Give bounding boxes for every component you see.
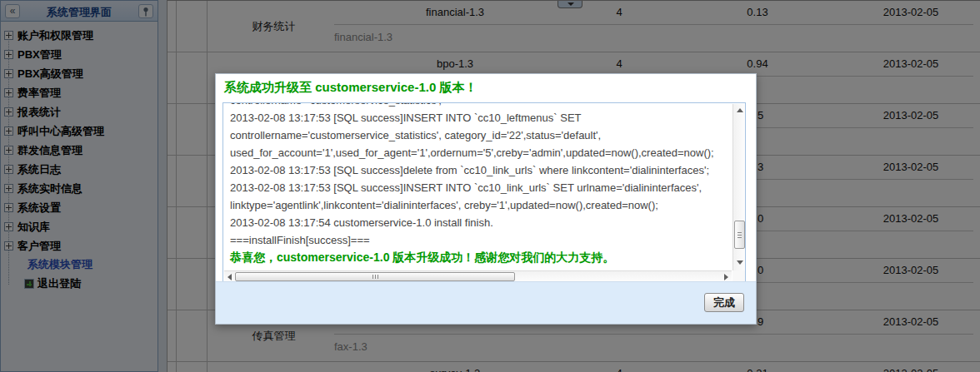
log-lines: 2013-02-08 13:17:53 [SQL success]INSERT … (230, 109, 728, 249)
install-log-content: controllername='customerservice_statisti… (223, 103, 732, 270)
vertical-scrollbar[interactable] (732, 104, 746, 270)
scroll-left-icon[interactable] (228, 274, 232, 280)
log-line: 2013-02-08 13:17:53 [SQL success]delete … (230, 161, 728, 179)
log-line: 2013-02-08 13:17:53 [SQL success]INSERT … (230, 109, 728, 126)
log-line: controllername='customerservice_statisti… (230, 126, 728, 144)
dialog-title-suffix: 版本！ (436, 80, 477, 94)
scroll-up-icon[interactable] (737, 108, 743, 112)
log-line: used_for_account='1',used_for_agent='1',… (230, 144, 728, 161)
log-line: 2013-02-08 13:17:53 [SQL success]INSERT … (230, 179, 728, 196)
log-success-message: 恭喜您，customerservice-1.0 版本升级成功！感谢您对我们的大力… (230, 249, 728, 266)
dialog-title-version: customerservice-1.0 (315, 80, 436, 94)
log-line-partial: controllername='customerservice_statisti… (230, 103, 728, 109)
scroll-right-icon[interactable] (724, 274, 728, 280)
horizontal-scrollbar-thumb[interactable] (235, 272, 515, 281)
scrollbar-corner (732, 270, 746, 282)
dialog-title-prefix: 系统成功升级至 (224, 80, 315, 94)
finish-button[interactable]: 完成 (704, 293, 744, 312)
scroll-down-icon[interactable] (737, 260, 743, 265)
install-log-box[interactable]: controllername='customerservice_statisti… (222, 102, 746, 282)
vertical-scrollbar-thumb[interactable] (734, 221, 745, 249)
app-window: « 系统管理界面 账户和权限管理 PBX管理 (0, 0, 980, 372)
horizontal-scrollbar[interactable] (224, 270, 732, 282)
dialog-title: 系统成功升级至 customerservice-1.0 版本！ (224, 80, 477, 96)
dialog-footer: 完成 (216, 281, 756, 324)
upgrade-result-dialog: 系统成功升级至 customerservice-1.0 版本！ controll… (215, 73, 757, 325)
log-line: ===installFinish[success]=== (230, 231, 728, 249)
log-line: linktype='agentlink',linkcontent='dialin… (230, 196, 728, 214)
log-line: 2013-02-08 13:17:54 customerservice-1.0 … (230, 214, 728, 231)
